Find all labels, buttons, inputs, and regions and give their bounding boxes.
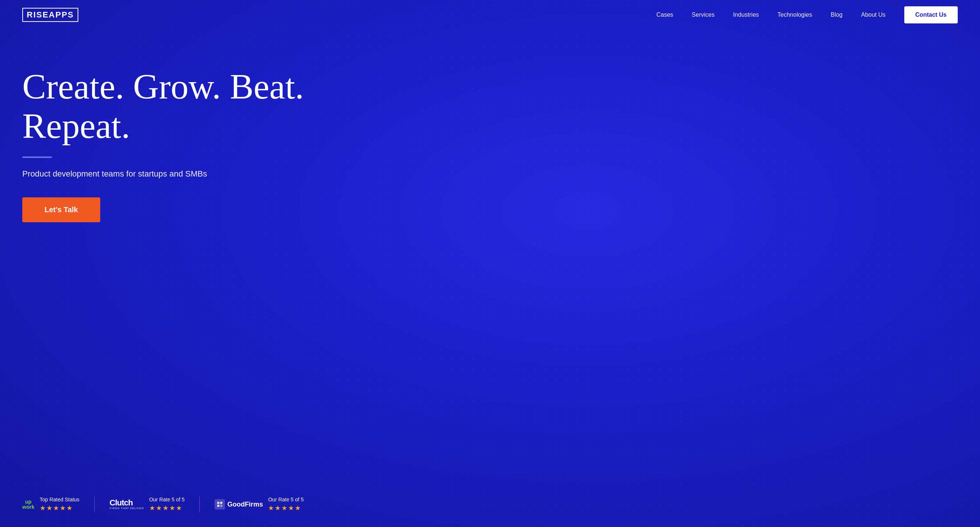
- nav-item-blog[interactable]: Blog: [831, 11, 843, 18]
- social-proof-bar: up work Top Rated Status ★★★★★ Clutch FI…: [22, 497, 958, 512]
- svg-rect-2: [217, 505, 220, 507]
- clutch-logo: Clutch FIRMS THAT DELIVER: [110, 499, 144, 510]
- lets-talk-button[interactable]: Let's Talk: [22, 197, 100, 222]
- upwork-stars: ★★★★★: [40, 504, 80, 512]
- main-navigation: RISEAPPS Cases Services Industries Techn…: [0, 0, 980, 30]
- upwork-work-text: work: [22, 504, 35, 509]
- upwork-proof-text: Top Rated Status ★★★★★: [40, 497, 80, 512]
- logo[interactable]: RISEAPPS: [22, 8, 78, 22]
- goodfirms-name: GoodFirms: [227, 501, 263, 508]
- hero-subtitle: Product development teams for startups a…: [22, 169, 958, 179]
- clutch-sub-text: FIRMS THAT DELIVER: [110, 507, 144, 510]
- hero-content: Create. Grow. Beat. Repeat. Product deve…: [0, 30, 980, 244]
- nav-item-industries[interactable]: Industries: [733, 11, 759, 18]
- upwork-logo: up work: [22, 499, 35, 509]
- nav-item-about[interactable]: About Us: [861, 11, 886, 18]
- nav-item-technologies[interactable]: Technologies: [777, 11, 812, 18]
- upwork-up-text: up: [25, 499, 32, 504]
- nav-link-blog[interactable]: Blog: [831, 11, 843, 18]
- svg-rect-1: [220, 502, 222, 504]
- logo-text: RISEAPPS: [22, 8, 78, 22]
- goodfirms-label: Our Rate 5 of 5: [268, 497, 304, 503]
- goodfirms-icon: [215, 499, 225, 509]
- hero-headline-line1: Create. Grow. Beat.: [22, 67, 304, 106]
- goodfirms-proof: GoodFirms Our Rate 5 of 5 ★★★★★: [215, 497, 318, 512]
- goodfirms-stars: ★★★★★: [268, 504, 304, 512]
- nav-links: Cases Services Industries Technologies B…: [656, 11, 885, 18]
- nav-link-industries[interactable]: Industries: [733, 11, 759, 18]
- clutch-proof: Clutch FIRMS THAT DELIVER Our Rate 5 of …: [110, 497, 200, 512]
- clutch-main-text: Clutch: [110, 499, 144, 507]
- upwork-label: Top Rated Status: [40, 497, 80, 503]
- nav-link-services[interactable]: Services: [692, 11, 714, 18]
- clutch-label: Our Rate 5 of 5: [149, 497, 185, 503]
- svg-rect-0: [217, 502, 220, 504]
- nav-link-about[interactable]: About Us: [861, 11, 886, 18]
- hero-headline-line2: Repeat.: [22, 106, 130, 146]
- goodfirms-proof-text: Our Rate 5 of 5 ★★★★★: [268, 497, 304, 512]
- contact-us-button[interactable]: Contact Us: [904, 6, 958, 23]
- upwork-proof: up work Top Rated Status ★★★★★: [22, 497, 95, 512]
- clutch-proof-text: Our Rate 5 of 5 ★★★★★: [149, 497, 185, 512]
- hero-divider: [22, 157, 52, 158]
- goodfirms-logo: GoodFirms: [215, 499, 263, 509]
- nav-link-cases[interactable]: Cases: [656, 11, 673, 18]
- nav-item-services[interactable]: Services: [692, 11, 714, 18]
- nav-item-cases[interactable]: Cases: [656, 11, 673, 18]
- clutch-stars: ★★★★★: [149, 504, 185, 512]
- svg-rect-3: [220, 505, 222, 507]
- nav-link-technologies[interactable]: Technologies: [777, 11, 812, 18]
- hero-headline: Create. Grow. Beat. Repeat.: [22, 67, 958, 145]
